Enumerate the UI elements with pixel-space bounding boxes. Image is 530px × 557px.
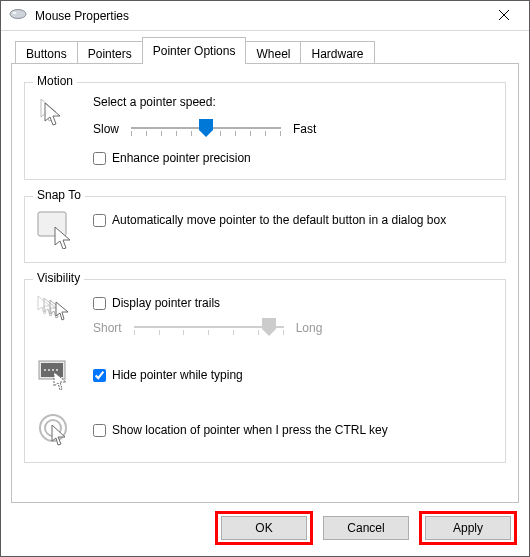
snap-to-row[interactable]: Automatically move pointer to the defaul… bbox=[93, 213, 497, 227]
group-snap-to-title: Snap To bbox=[33, 188, 85, 202]
snap-to-icon bbox=[37, 211, 75, 252]
ctrl-locate-row[interactable]: Show location of pointer when I press th… bbox=[93, 423, 497, 437]
close-button[interactable] bbox=[483, 2, 525, 30]
group-snap-to: Snap To bbox=[24, 196, 506, 263]
display-trails-label: Display pointer trails bbox=[112, 296, 220, 310]
trail-length-slider bbox=[134, 316, 284, 340]
ctrl-locate-icon bbox=[38, 413, 74, 452]
trail-long-label: Long bbox=[296, 321, 323, 335]
ok-highlight: OK bbox=[215, 511, 313, 545]
apply-button[interactable]: Apply bbox=[425, 516, 511, 540]
hide-typing-row[interactable]: Hide pointer while typing bbox=[93, 368, 497, 382]
enhance-precision-label: Enhance pointer precision bbox=[112, 151, 251, 165]
hide-typing-label: Hide pointer while typing bbox=[112, 368, 243, 382]
group-visibility-title: Visibility bbox=[33, 271, 84, 285]
svg-point-0 bbox=[10, 10, 26, 19]
tab-pointer-options[interactable]: Pointer Options bbox=[142, 37, 247, 64]
pointer-speed-label: Select a pointer speed: bbox=[93, 95, 497, 109]
titlebar: Mouse Properties bbox=[1, 1, 529, 31]
group-motion-title: Motion bbox=[33, 74, 77, 88]
snap-to-label: Automatically move pointer to the defaul… bbox=[112, 213, 446, 227]
apply-highlight: Apply bbox=[419, 511, 517, 545]
ctrl-locate-label: Show location of pointer when I press th… bbox=[112, 423, 388, 437]
dialog-buttons: OK Cancel Apply bbox=[1, 503, 529, 555]
trail-length-thumb bbox=[262, 318, 276, 336]
cancel-button[interactable]: Cancel bbox=[323, 516, 409, 540]
ctrl-locate-checkbox[interactable] bbox=[93, 424, 106, 437]
ok-button[interactable]: OK bbox=[221, 516, 307, 540]
svg-point-9 bbox=[48, 369, 50, 371]
group-motion: Motion bbox=[24, 82, 506, 180]
svg-point-10 bbox=[52, 369, 54, 371]
pointer-speed-slider[interactable] bbox=[131, 117, 281, 141]
enhance-precision-row[interactable]: Enhance pointer precision bbox=[93, 151, 497, 165]
hide-typing-icon bbox=[38, 360, 74, 393]
snap-to-checkbox[interactable] bbox=[93, 214, 106, 227]
mouse-icon bbox=[9, 8, 27, 23]
tab-strip: Buttons Pointers Pointer Options Wheel H… bbox=[11, 39, 519, 64]
pointer-speed-icon bbox=[39, 97, 73, 134]
svg-point-11 bbox=[56, 369, 58, 371]
trails-row[interactable]: Display pointer trails bbox=[93, 296, 497, 310]
pointer-speed-thumb[interactable] bbox=[199, 119, 213, 137]
hide-typing-checkbox[interactable] bbox=[93, 369, 106, 382]
window-title: Mouse Properties bbox=[35, 9, 129, 23]
pointer-trails-icon bbox=[36, 294, 76, 327]
enhance-precision-checkbox[interactable] bbox=[93, 152, 106, 165]
slow-label: Slow bbox=[93, 122, 119, 136]
display-trails-checkbox[interactable] bbox=[93, 297, 106, 310]
tab-panel-pointer-options: Motion bbox=[11, 63, 519, 503]
fast-label: Fast bbox=[293, 122, 316, 136]
group-visibility: Visibility bbox=[24, 279, 506, 463]
svg-point-1 bbox=[13, 12, 17, 14]
close-icon bbox=[499, 9, 509, 23]
trail-short-label: Short bbox=[93, 321, 122, 335]
svg-point-8 bbox=[44, 369, 46, 371]
